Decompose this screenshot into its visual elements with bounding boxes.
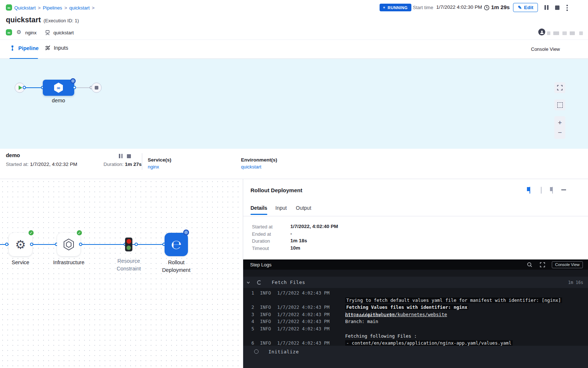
log-line: 5INFO1/7/2022 4:02:43 PM — [243, 325, 588, 333]
stage-node-demo[interactable]: ∞ — [43, 80, 74, 96]
breadcrumb-quickstart[interactable]: Quickstart — [14, 5, 36, 11]
pipeline-canvas[interactable]: ∞ demo + − — [0, 59, 588, 149]
zoom-in-button[interactable]: + — [558, 119, 562, 126]
redacted-username — [547, 30, 583, 37]
minimize-panel-button[interactable] — [561, 189, 566, 190]
duration-label: Duration: — [103, 162, 124, 167]
stage-info-bar: demo Started at: 1/7/2022, 4:02:32 PM Du… — [0, 149, 588, 179]
success-badge-icon: ✓ — [28, 229, 34, 236]
end-node[interactable] — [91, 83, 102, 93]
running-spinner-badge — [183, 229, 189, 235]
pencil-icon: ✎ — [518, 5, 522, 10]
services-label: Service(s) — [148, 157, 172, 163]
edit-button[interactable]: ✎Edit — [513, 3, 538, 12]
log-line: 4INFO1/7/2022 4:02:43 PMBranch: main — [243, 318, 588, 325]
gear-icon: ⚙ — [15, 238, 26, 252]
stop-icon — [95, 86, 98, 90]
log-console-view-button[interactable]: Console View — [552, 261, 583, 268]
avatar[interactable] — [538, 29, 545, 35]
breadcrumb-pipeline-name[interactable]: quickstart — [69, 5, 90, 11]
section-name: Initialize — [268, 349, 299, 354]
log-area: Fetch Files 1m 16s 1INFO1/7/2022 4:02:43… — [243, 270, 588, 368]
log-line: 1INFO1/7/2022 4:02:43 PM — [243, 289, 588, 297]
page-title: quickstart — [6, 16, 41, 24]
port — [5, 243, 8, 246]
step-node-infrastructure[interactable] — [57, 233, 80, 256]
pending-circle-icon — [254, 349, 259, 354]
stage-label[interactable]: demo — [42, 98, 75, 103]
divider — [243, 216, 588, 216]
infrastructure-hexagon-icon — [63, 238, 75, 251]
section-spinner-icon — [257, 280, 261, 285]
environment-link[interactable]: quickstart — [241, 164, 261, 170]
tab-pipeline[interactable]: Pipeline — [10, 45, 39, 51]
stage-pause-button[interactable] — [119, 154, 122, 158]
breadcrumb-pipelines[interactable]: Pipelines — [43, 5, 62, 11]
section-name: Fetch Files — [272, 280, 305, 285]
detail-label: Duration — [252, 238, 270, 244]
stage-stop-button[interactable] — [127, 154, 131, 158]
breadcrumb-separator: > — [64, 5, 67, 11]
log-section-fetch-files[interactable]: Fetch Files 1m 16s — [243, 277, 588, 288]
step-label-rollout-deployment: Rollout Deployment — [154, 259, 198, 274]
start-time-label: Start time — [413, 5, 433, 10]
status-badge: RUNNING — [380, 4, 411, 11]
connector — [81, 244, 126, 245]
step-node-rollout-deployment[interactable]: ℮ — [165, 233, 188, 256]
stop-button[interactable] — [555, 5, 559, 10]
detail-value: 1/7/2022, 4:02:40 PM — [290, 224, 338, 229]
port — [135, 243, 138, 246]
tab-details[interactable]: Details — [250, 205, 267, 211]
port — [79, 243, 82, 246]
layout-right-button[interactable] — [529, 187, 530, 194]
step-panel-title: Rollout Deployment — [250, 187, 302, 193]
log-search-button[interactable] — [527, 262, 532, 268]
rollout-icon: ℮ — [171, 237, 181, 252]
breadcrumb: Quickstart>Pipelines>quickstart> — [14, 4, 97, 11]
red-light — [127, 239, 131, 244]
cd-module-icon: ∞ — [6, 29, 12, 35]
marquee-select-button[interactable] — [554, 99, 565, 110]
execution-graph-canvas[interactable]: ⚙ ✓ ✓ ℮ Service Infrastructure Resource … — [0, 179, 243, 368]
log-lines: 1INFO1/7/2022 4:02:43 PM Trying to fetch… — [243, 289, 588, 347]
tab-input[interactable]: Input — [275, 205, 287, 211]
service-link[interactable]: nginx — [148, 164, 159, 170]
step-logs-title: Step Logs — [250, 262, 272, 268]
started-at-label: Started at: — [6, 162, 29, 167]
port — [73, 86, 76, 89]
tab-output[interactable]: Output — [296, 205, 311, 211]
connector-demo-end — [74, 87, 91, 88]
breadcrumb-separator: > — [92, 5, 95, 11]
detail-value: 1m 18s — [290, 238, 307, 243]
detail-label: Ended at — [252, 231, 271, 237]
log-fullscreen-button[interactable] — [540, 262, 545, 268]
detail-label: Started at — [252, 224, 272, 229]
resource-constraint-traffic-light-icon[interactable] — [125, 238, 132, 251]
layout-split-button[interactable] — [552, 187, 553, 194]
start-time-value: 1/7/2022 4:02:30 PM — [436, 4, 482, 10]
step-label-resource-constraint: Resource Constraint — [107, 257, 151, 273]
tab-inputs[interactable]: Inputs — [45, 45, 68, 51]
service-chip[interactable]: nginx — [25, 30, 37, 35]
service-gear-icon: ⚙ — [16, 29, 21, 35]
pause-button[interactable] — [544, 5, 549, 10]
detail-value: 10m — [290, 245, 300, 251]
step-label-service: Service — [0, 259, 43, 266]
breadcrumb-separator: > — [38, 5, 41, 11]
log-section-initialize[interactable]: Initialize — [243, 346, 588, 368]
view-tabbar: Pipeline Inputs Console View — [0, 39, 588, 59]
chevron-down-icon — [246, 280, 250, 285]
marquee-icon — [557, 102, 563, 108]
step-node-service[interactable]: ⚙ — [9, 233, 32, 256]
zoom-controls: + − — [554, 116, 565, 139]
detail-value: - — [290, 231, 292, 236]
log-line: 3INFO1/7/2022 4:02:43 PMGit connector Ur… — [243, 311, 588, 318]
zoom-out-button[interactable]: − — [558, 129, 562, 136]
layout-bottom-button[interactable] — [541, 187, 542, 194]
fullscreen-button[interactable] — [554, 82, 565, 93]
green-light — [127, 246, 131, 250]
section-duration: 1m 16s — [568, 280, 583, 285]
environment-chip[interactable]: quickstart — [53, 30, 74, 35]
console-view-label: Console View — [531, 46, 560, 52]
more-options-button[interactable] — [566, 5, 568, 11]
